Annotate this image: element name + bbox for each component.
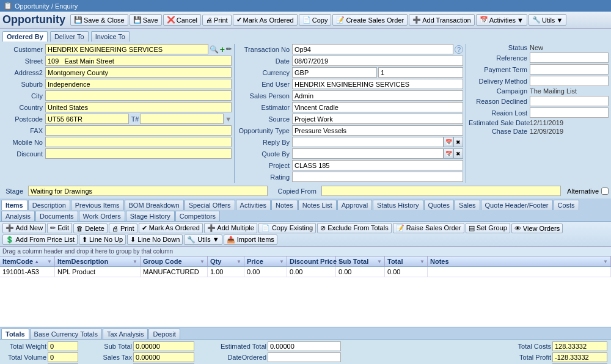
tab-deliver-to[interactable]: Deliver To [50,31,89,42]
import-items-btn[interactable]: 📥 Import Items [224,235,277,245]
raise-sales-order-btn[interactable]: 📝 Raise Sales Order [393,223,464,233]
customer-add-icon[interactable]: + [220,45,225,54]
bottom-tab-base-currency[interactable]: Base Currency Totals [30,329,102,339]
tab-competitors[interactable]: Competitors [175,211,220,221]
tab-quotes[interactable]: Quotes [424,200,454,210]
customer-search-icon[interactable]: 🔍 [210,45,219,54]
replyby-clear-btn[interactable]: ✖ [453,137,463,147]
copiedfrom-input[interactable] [321,186,561,196]
activities-button[interactable]: 📅 Activities ▼ [476,14,527,26]
tab-special-offers[interactable]: Special Offers [185,200,235,210]
replyby-calendar-btn[interactable]: 📅 [444,137,453,147]
exclude-from-totals-btn[interactable]: ⊘ Exclude From Totals [317,223,392,233]
reasonlost-input[interactable] [530,107,609,118]
grid-utils-btn[interactable]: 🔧 Utils ▼ [184,235,222,245]
line-no-down-btn[interactable]: ⬇ Line No Down [127,235,183,245]
bottom-tab-tax-analysis[interactable]: Tax Analysis [103,329,148,339]
salestax-input[interactable] [133,352,194,362]
enduser-input[interactable] [292,79,463,89]
totalprofit-input[interactable] [552,352,607,362]
view-orders-btn[interactable]: 👁 View Orders [511,224,563,233]
col-header-discprice[interactable]: Discount Price▼ [287,257,336,266]
source-input[interactable] [292,114,463,124]
copy-existing-btn[interactable]: 📄 Copy Existing [258,223,316,233]
tab-notes[interactable]: Notes [271,200,298,210]
add-from-price-list-btn[interactable]: 💲 Add From Price List [2,235,78,245]
edit-btn[interactable]: ✏ Edit [47,223,72,233]
dateordered-input[interactable] [268,352,341,362]
salesperson-input[interactable] [292,90,463,101]
tab-quote-header-footer[interactable]: Quote Header/Footer [481,200,553,210]
grid-mark-ordered-btn[interactable]: ✔ Mark As Ordered [139,223,203,233]
col-header-price[interactable]: Price▼ [244,257,287,266]
bottom-tab-totals[interactable]: Totals [1,329,29,339]
copy-button[interactable]: 📄 Copy [299,14,332,26]
save-close-button[interactable]: 💾 Save & Close [70,14,128,26]
set-group-btn[interactable]: ▤ Set Group [466,223,510,233]
customer-input[interactable] [45,44,208,54]
bottom-tab-deposit[interactable]: Deposit [148,329,180,339]
col-header-itemcode[interactable]: ItemCode▲▼ [0,257,55,266]
rating-input[interactable] [292,172,463,182]
col-header-notes[interactable]: Notes▼ [428,257,611,266]
add-new-btn[interactable]: ➕ Add New [2,223,46,233]
tab-ordered-by[interactable]: Ordered By [2,31,48,42]
col-header-itemdesc[interactable]: ItemDescription ▼ [55,257,141,266]
tab-items[interactable]: Items [1,200,27,210]
replyby-input[interactable] [292,137,444,147]
tab-analysis[interactable]: Analysis [1,211,35,221]
alternative-checkbox[interactable] [601,187,609,195]
deliverymethod-input[interactable] [530,76,609,86]
reference-input[interactable] [530,53,609,63]
project-input[interactable] [292,160,463,170]
date-input[interactable] [292,56,463,66]
address2-input[interactable] [45,67,232,78]
tab-status-history[interactable]: Status History [373,200,423,210]
tab-invoice-to[interactable]: Invoice To [91,31,130,42]
thash-input[interactable] [140,114,224,124]
grid-print-btn[interactable]: 🖨 Print [109,224,137,233]
tab-description[interactable]: Description [28,200,70,210]
col-header-subtotal[interactable]: Sub Total▼ [336,257,385,266]
stage-input[interactable] [28,186,268,196]
col-header-qty[interactable]: Qty▼ [208,257,244,266]
reasondeclined-input[interactable] [530,96,609,106]
delete-btn[interactable]: 🗑 Delete [73,224,108,233]
paymentterm-input[interactable] [530,64,609,75]
estimator-input[interactable] [292,102,463,112]
col-header-total[interactable]: Total▼ [385,257,428,266]
tab-work-orders[interactable]: Work Orders [79,211,125,221]
tab-costs[interactable]: Costs [554,200,579,210]
subtotal-input[interactable] [133,341,194,351]
tab-sales[interactable]: Sales [455,200,480,210]
add-transaction-button[interactable]: ➕ Add Transaction [409,14,475,26]
quoteby-input[interactable] [292,148,444,159]
fax-input[interactable] [45,125,232,136]
col-header-groupcode[interactable]: Group Code▼ [141,257,208,266]
tab-previous-items[interactable]: Previous Items [71,200,124,210]
mobileno-input[interactable] [45,137,232,147]
tab-bom-breakdown[interactable]: BOM Breakdown [125,200,184,210]
opptype-input[interactable] [292,125,463,136]
currency-input[interactable] [292,67,377,78]
tab-activities[interactable]: Activities [236,200,271,210]
print-button[interactable]: 🖨 Print [202,15,232,26]
save-button[interactable]: 💾 Save [130,14,162,26]
create-sales-order-button[interactable]: 📝 Create Sales Order [332,14,408,26]
totalvolume-input[interactable] [48,352,78,362]
discount-input[interactable] [45,148,232,159]
currency-rate-input[interactable] [378,67,463,78]
tab-documents[interactable]: Documents [35,211,78,221]
tab-stage-history[interactable]: Stage History [126,211,175,221]
tab-approval[interactable]: Approval [337,200,372,210]
quoteby-calendar-btn[interactable]: 📅 [444,148,453,159]
transno-info-icon[interactable]: ? [455,45,463,54]
city-input[interactable] [45,90,232,101]
table-row[interactable]: 191001-A53 NPL Product MANUFACTURED 1.00… [0,267,611,277]
totalcosts-input[interactable] [552,341,607,351]
line-no-up-btn[interactable]: ⬆ Line No Up [79,235,126,245]
quoteby-clear-btn[interactable]: ✖ [453,148,463,159]
cancel-button[interactable]: ❌ Cancel [163,14,201,26]
suburb-input[interactable] [45,79,232,89]
mark-as-ordered-button[interactable]: ✔ Mark As Ordered [233,14,298,26]
